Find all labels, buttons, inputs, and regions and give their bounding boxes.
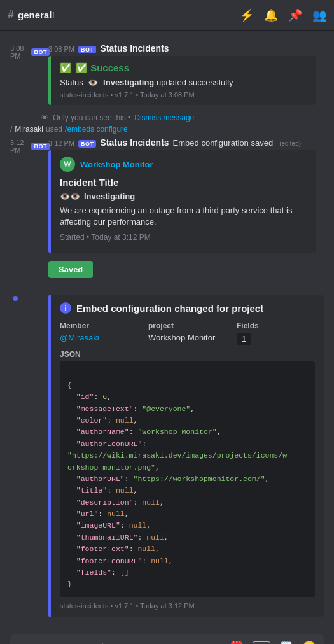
embed-changed-label: Embed configuration changed for project	[76, 303, 263, 314]
fields-label: Fields	[237, 321, 315, 330]
bot-badge-2: BOT	[31, 143, 50, 150]
bell-icon[interactable]: 🔔	[264, 8, 278, 22]
message-input-container: + 🎁 GIF 🗒️ 😊	[10, 634, 324, 644]
message-group-3: i Embed configuration changed for projec…	[0, 290, 334, 620]
embed-field-member: Member @Mirasaki	[60, 321, 138, 345]
command-user: Mirasaki	[15, 125, 43, 134]
embed-investigating: 👁️👁️ Investigating	[60, 192, 307, 201]
embed-changed-footer: status-incidents • v1.7.1 • Today at 3:1…	[60, 602, 315, 610]
command-link[interactable]: /embeds configure	[65, 125, 128, 134]
msg2-time: 3:12 PM	[48, 139, 74, 147]
channel-title: # general!	[8, 8, 55, 22]
status-eyes-icon: 👁️	[88, 78, 98, 87]
embed-field-fields: Fields 1	[237, 321, 315, 345]
message-header-2: 3:12 PM BOT Status Incidents Embed confi…	[48, 137, 324, 148]
embed-started: Started • Today at 3:12 PM	[60, 233, 307, 242]
member-label: Member	[60, 321, 138, 330]
channel-name-accent: !	[52, 10, 55, 20]
embed-workshop-body: We are experiencing an outage from a thi…	[60, 205, 307, 228]
message-row-2: 3:12 PM BOT 3:12 PM BOT Status Incidents…	[10, 137, 324, 278]
bot-badge-1: BOT	[31, 48, 50, 56]
success-label: ✅ Success	[76, 62, 129, 74]
investigating-eyes-icon: 👁️👁️	[60, 192, 80, 201]
left-spacer-2: 3:12 PM BOT	[10, 137, 41, 154]
embed-success-footer: status-incidents • v1.7.1 • Today at 3:0…	[60, 91, 307, 99]
project-label: project	[148, 321, 226, 330]
embed-workshop-header: W Workshop Monitor	[60, 157, 307, 172]
embed-changed: i Embed configuration changed for projec…	[48, 295, 324, 617]
embed-success: ✅ ✅ Success Status 👁️ Investigating upda…	[48, 56, 316, 105]
workshop-icon: W	[60, 157, 75, 172]
message-input-area: + 🎁 GIF 🗒️ 😊	[0, 629, 334, 644]
message-content-3: i Embed configuration changed for projec…	[48, 292, 324, 617]
add-attachment-icon[interactable]: +	[18, 640, 25, 644]
msg1-bot: BOT	[78, 46, 97, 53]
embed-changed-title: i Embed configuration changed for projec…	[60, 302, 315, 314]
investigating-label: Investigating	[84, 192, 135, 201]
message-content-2: 3:12 PM BOT Status Incidents Embed confi…	[48, 137, 324, 278]
json-label: JSON	[60, 350, 315, 359]
input-icons: 🎁 GIF 🗒️ 😊	[230, 640, 316, 644]
topbar: # general! ⚡ 🔔 📌 👥	[0, 0, 334, 31]
status-action: Investigating	[103, 78, 154, 87]
separator	[0, 284, 334, 290]
message-header-1: 3:08 PM BOT Status Incidents	[48, 43, 324, 53]
info-badge: i	[60, 302, 71, 314]
command-used: / Mirasaki used /embeds configure	[0, 123, 334, 135]
msg2-inline-label: Embed configuration saved	[173, 138, 274, 148]
message-group-1: 3:08 PM BOT 3:08 PM BOT Status Incidents…	[0, 41, 334, 109]
filter-icon[interactable]: ⚡	[240, 8, 254, 22]
pin-icon[interactable]: 📌	[288, 8, 302, 22]
topbar-icons: ⚡ 🔔 📌 👥	[240, 8, 326, 22]
embed-workshop-title: Incident Title	[60, 177, 307, 188]
member-value: @Mirasaki	[60, 333, 138, 342]
json-block: { "id": 6, "messageText": "@everyone", "…	[60, 361, 315, 596]
status-detail: updated successfully	[157, 78, 233, 87]
channel-name: general!	[18, 10, 55, 20]
saved-button[interactable]: Saved	[48, 261, 93, 278]
emoji-icon[interactable]: 😊	[302, 640, 316, 644]
timestamp-1: 3:08 PM	[10, 45, 24, 60]
msg1-time: 3:08 PM	[48, 45, 74, 53]
msg2-author: Status Incidents	[100, 137, 169, 148]
success-check-icon: ✅	[60, 62, 72, 74]
status-label: Status	[60, 78, 83, 87]
workshop-name: Workshop Monitor	[80, 160, 153, 169]
messages-area: 3:08 PM BOT 3:08 PM BOT Status Incidents…	[0, 31, 334, 629]
message-group-2: 3:12 PM BOT 3:12 PM BOT Status Incidents…	[0, 135, 334, 282]
msg2-edited: (edited)	[279, 140, 301, 147]
slash-icon: /	[10, 125, 12, 134]
embed-workshop: W Workshop Monitor Incident Title 👁️👁️ I…	[48, 150, 316, 253]
dismiss-link[interactable]: Dismiss message	[134, 113, 194, 122]
gif-icon[interactable]: GIF	[253, 641, 270, 644]
left-spacer-3	[10, 292, 41, 301]
msg1-author: Status Incidents	[100, 43, 169, 53]
members-icon[interactable]: 👥	[312, 8, 326, 22]
message-row-1: 3:08 PM BOT 3:08 PM BOT Status Incidents…	[10, 43, 324, 105]
system-message: 👁 Only you can see this • Dismiss messag…	[0, 111, 334, 123]
gift-icon[interactable]: 🎁	[230, 640, 244, 644]
sticker-icon[interactable]: 🗒️	[279, 640, 293, 644]
timestamp-2: 3:12 PM	[10, 139, 24, 154]
project-value: Workshop Monitor	[148, 333, 226, 342]
left-spacer: 3:08 PM BOT	[10, 43, 41, 60]
embed-fields-row: Member @Mirasaki project Workshop Monito…	[60, 321, 315, 345]
msg2-bot: BOT	[78, 140, 97, 148]
hash-icon: #	[8, 8, 14, 22]
fields-value: 1	[237, 333, 251, 345]
eye-icon: 👁	[41, 113, 49, 122]
system-text: Only you can see this •	[53, 113, 130, 122]
embed-success-title: ✅ ✅ Success	[60, 62, 307, 74]
message-content-1: 3:08 PM BOT Status Incidents ✅ ✅ Success…	[48, 43, 324, 105]
embed-success-status: Status 👁️ Investigating updated successf…	[60, 78, 307, 87]
embed-field-project: project Workshop Monitor	[148, 321, 226, 345]
used-text: used	[46, 125, 62, 134]
message-row-3: i Embed configuration changed for projec…	[10, 292, 324, 617]
